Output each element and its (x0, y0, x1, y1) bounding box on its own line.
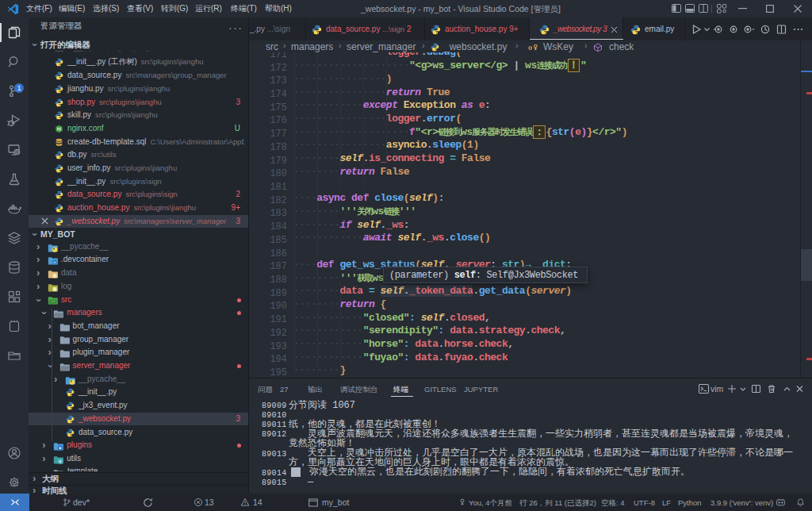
svg-text:</>: </> (51, 301, 55, 304)
